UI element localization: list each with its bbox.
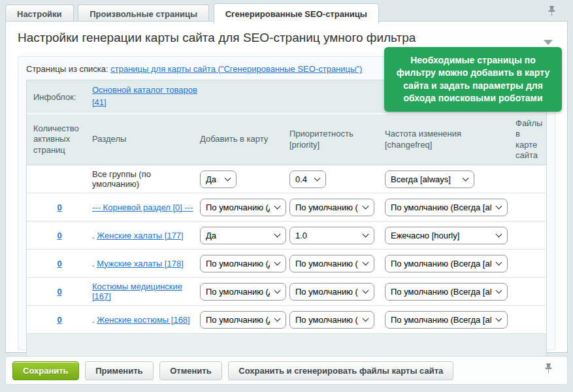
table-row: Все группы (по умолчанию) Да 0.4 Всегда …: [27, 165, 546, 193]
add-to-map-select[interactable]: Да: [200, 227, 286, 244]
hint-tooltip: Необходимые страницы по фильтру можно до…: [384, 47, 562, 112]
section-link[interactable]: Мужские халаты [178]: [97, 259, 184, 269]
priority-select[interactable]: 0.4: [289, 171, 326, 188]
col-header-sections: Разделы: [92, 130, 200, 148]
table-row: 0 . Женские халаты [177] Да 1.0 Ежечасно…: [27, 221, 546, 250]
tab-bar: Настройки Произвольные страницы Сгенерир…: [0, 0, 573, 22]
priority-select[interactable]: По умолчанию (0.4): [289, 255, 374, 272]
collapse-panel-icon[interactable]: [544, 40, 553, 45]
tab-settings[interactable]: Настройки: [5, 5, 74, 23]
table-row: 0 --- Корневой раздел [0] --- По умолчан…: [27, 193, 546, 221]
table-row: 0 . Мужские халаты [178] По умолчанию (Д…: [27, 250, 546, 278]
table-header-row: Количество активных страниц Разделы Доба…: [27, 114, 546, 165]
save-button[interactable]: Сохранить: [12, 361, 79, 380]
col-header-add-to-map: Добавить в карту: [200, 130, 289, 148]
section-link[interactable]: Женские костюмы [168]: [97, 315, 189, 325]
priority-select[interactable]: По умолчанию (0.4): [289, 283, 374, 301]
col-header-changefreq: Частота изменения [changefreq]: [385, 125, 516, 154]
col-header-sitemap-files: Файлы в карте сайта: [516, 114, 548, 165]
table-row: 0 Костюмы медицинские [167] По умолчанию…: [27, 278, 546, 306]
tab-generated-seo-pages[interactable]: Сгенерированные SEO-страницы: [214, 3, 379, 24]
section-name: Все группы (по умолчанию): [92, 169, 200, 189]
infoblock-link[interactable]: Основной каталог товаров [41]: [92, 84, 213, 109]
active-pages-count-link[interactable]: 0: [57, 231, 61, 240]
section-link[interactable]: Женские халаты [177]: [97, 231, 183, 240]
active-pages-count-link[interactable]: 0: [57, 315, 61, 325]
table-row: 0 . Женские костюмы [168] По умолчанию (…: [27, 306, 546, 334]
changefreq-select[interactable]: Ежечасно [hourly]: [385, 227, 508, 244]
infoblock-label: Инфоблок:: [27, 92, 92, 102]
changefreq-select[interactable]: По умолчанию (Всегда [always]): [385, 311, 508, 329]
pages-for-sitemap-link[interactable]: страницы для карты сайта ("Сгенерированн…: [110, 64, 362, 74]
changefreq-select[interactable]: По умолчанию (Всегда [always]): [385, 283, 508, 301]
priority-select[interactable]: По умолчанию (0.4): [289, 199, 374, 216]
active-pages-count-link[interactable]: 0: [57, 203, 61, 212]
apply-button[interactable]: Применить: [85, 361, 153, 380]
changefreq-select[interactable]: По умолчанию (Всегда [always]): [385, 255, 508, 272]
sections-table: Инфоблок: Основной каталог товаров [41] …: [26, 80, 547, 363]
tab-custom-pages[interactable]: Произвольные страницы: [78, 5, 209, 23]
col-header-active-pages-count: Количество активных страниц: [27, 120, 92, 159]
priority-select[interactable]: 1.0: [289, 227, 374, 244]
add-to-map-select[interactable]: По умолчанию (Да): [200, 255, 286, 272]
add-to-map-select[interactable]: По умолчанию (Да): [200, 283, 286, 301]
section-link[interactable]: --- Корневой раздел [0] ---: [92, 203, 193, 212]
cancel-button[interactable]: Отменить: [159, 361, 222, 380]
pages-from-list-label: Страницы из списка:: [26, 64, 108, 74]
changefreq-select[interactable]: Всегда [always]: [385, 171, 474, 188]
add-to-map-select[interactable]: Да: [200, 171, 237, 188]
form-buttons-bar: Сохранить Применить Отменить Сохранить и…: [5, 356, 568, 385]
changefreq-select[interactable]: По умолчанию (Всегда [always]): [385, 199, 508, 216]
add-to-map-select[interactable]: По умолчанию (Да): [200, 199, 286, 216]
save-and-generate-button[interactable]: Сохранить и сгенерировать файлы карты са…: [228, 361, 453, 380]
active-pages-count-link[interactable]: 0: [57, 259, 61, 269]
pin-icon[interactable]: [548, 6, 556, 17]
pin-icon[interactable]: [544, 363, 553, 374]
add-to-map-select[interactable]: По умолчанию (Да): [200, 311, 286, 329]
col-header-priority: Приоритетность [priority]: [289, 125, 385, 154]
priority-select[interactable]: По умолчанию (0.4): [289, 311, 374, 329]
section-link[interactable]: Костюмы медицинские [167]: [92, 282, 182, 301]
active-pages-count-link[interactable]: 0: [57, 287, 61, 297]
